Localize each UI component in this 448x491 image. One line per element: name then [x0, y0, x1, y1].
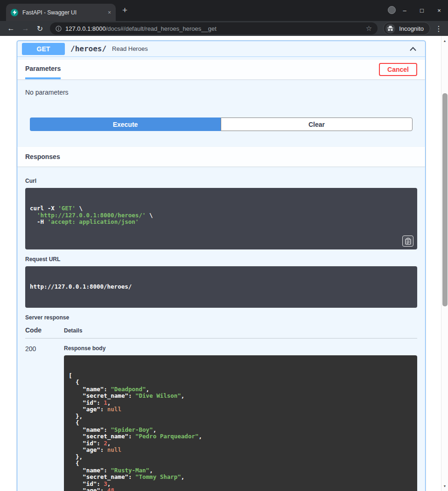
scroll-up-icon[interactable]: ▲ — [441, 37, 448, 44]
response-table-header: Code Details — [25, 326, 417, 339]
execute-row: Execute Clear — [17, 118, 425, 147]
swagger-page: GET /heroes/ Read Heroes Parameters Canc… — [0, 36, 448, 491]
browser-window: FastAPI - Swagger UI × + – □ × ← → ↻ 127… — [0, 0, 448, 491]
minimize-button[interactable]: – — [401, 7, 408, 14]
curl-command-text: curl -X 'GET' \ 'http://127.0.0.1:8000/h… — [30, 205, 413, 226]
url-text: 127.0.0.1:8000/docs#/default/read_heroes… — [65, 25, 362, 32]
response-details: Response body [ { "name": "Deadpond", "s… — [64, 345, 417, 491]
parameters-header: Parameters Cancel — [17, 60, 425, 79]
collapse-chevron-icon[interactable] — [409, 47, 417, 51]
back-button[interactable]: ← — [4, 24, 18, 33]
opblock-summary[interactable]: GET /heroes/ Read Heroes — [17, 41, 425, 57]
request-url-block: http://127.0.0.1:8000/heroes/ — [25, 266, 417, 308]
cancel-button[interactable]: Cancel — [379, 63, 417, 76]
browser-menu-icon[interactable]: ⋮ — [433, 24, 444, 33]
tab-close-icon[interactable]: × — [108, 9, 111, 16]
new-tab-button[interactable]: + — [122, 6, 127, 14]
copy-curl-button[interactable] — [402, 235, 413, 247]
browser-toolbar: ← → ↻ 127.0.0.1:8000/docs#/default/read_… — [0, 21, 448, 36]
url-host: 127.0.0.1:8000 — [65, 25, 106, 32]
endpoint-summary: Read Heroes — [112, 45, 148, 52]
forward-button[interactable]: → — [18, 24, 33, 33]
scrollbar-thumb[interactable] — [442, 93, 448, 306]
method-badge: GET — [22, 43, 65, 55]
incognito-icon — [385, 24, 395, 34]
responses-header: Responses — [17, 147, 425, 166]
page-scrollbar[interactable]: ▲ ▼ — [441, 36, 448, 491]
response-body-block: [ { "name": "Deadpond", "secret_name": "… — [64, 355, 417, 491]
media-controls-icon[interactable] — [388, 6, 396, 14]
status-code: 200 — [25, 345, 64, 491]
response-row-200: 200 Response body [ { "name": "Deadpond"… — [25, 339, 417, 491]
opblock-get-heroes: GET /heroes/ Read Heroes Parameters Canc… — [17, 41, 426, 491]
scroll-down-icon[interactable]: ▼ — [441, 483, 448, 490]
execute-button[interactable]: Execute — [30, 118, 221, 131]
bookmark-star-icon[interactable]: ☆ — [366, 24, 372, 33]
response-body-json: [ { "name": "Deadpond", "secret_name": "… — [69, 373, 413, 491]
incognito-label: Incognito — [399, 25, 424, 32]
code-column-header: Code — [25, 326, 64, 334]
request-url-text: http://127.0.0.1:8000/heroes/ — [30, 284, 413, 290]
no-parameters-text: No parameters — [17, 79, 425, 118]
maximize-button[interactable]: □ — [419, 7, 425, 14]
browser-tab[interactable]: FastAPI - Swagger UI × — [6, 4, 116, 21]
details-column-header: Details — [64, 327, 82, 334]
parameters-tab-label: Parameters — [25, 65, 61, 72]
responses-inner: Curl curl -X 'GET' \ 'http://127.0.0.1:8… — [17, 166, 425, 491]
close-window-button[interactable]: × — [436, 7, 442, 14]
browser-titlebar: FastAPI - Swagger UI × + – □ × — [0, 0, 448, 21]
curl-label: Curl — [25, 178, 417, 184]
tab-title: FastAPI - Swagger UI — [22, 9, 104, 16]
endpoint-path: /heroes/ — [70, 44, 106, 53]
window-controls: – □ × — [401, 0, 442, 21]
parameters-tab[interactable]: Parameters — [25, 60, 61, 79]
reload-button[interactable]: ↻ — [33, 24, 47, 33]
site-info-icon[interactable] — [56, 26, 62, 32]
responses-title: Responses — [25, 153, 60, 160]
server-response-label: Server response — [25, 314, 417, 321]
clear-button[interactable]: Clear — [221, 118, 413, 131]
url-path: /docs#/default/read_heroes_heroes__get — [106, 25, 217, 32]
address-bar[interactable]: 127.0.0.1:8000/docs#/default/read_heroes… — [50, 22, 378, 35]
request-url-label: Request URL — [25, 256, 417, 263]
fastapi-favicon-icon — [11, 9, 18, 16]
curl-command-block: curl -X 'GET' \ 'http://127.0.0.1:8000/h… — [25, 188, 417, 249]
incognito-badge: Incognito — [383, 22, 430, 35]
response-body-label: Response body — [64, 345, 417, 352]
